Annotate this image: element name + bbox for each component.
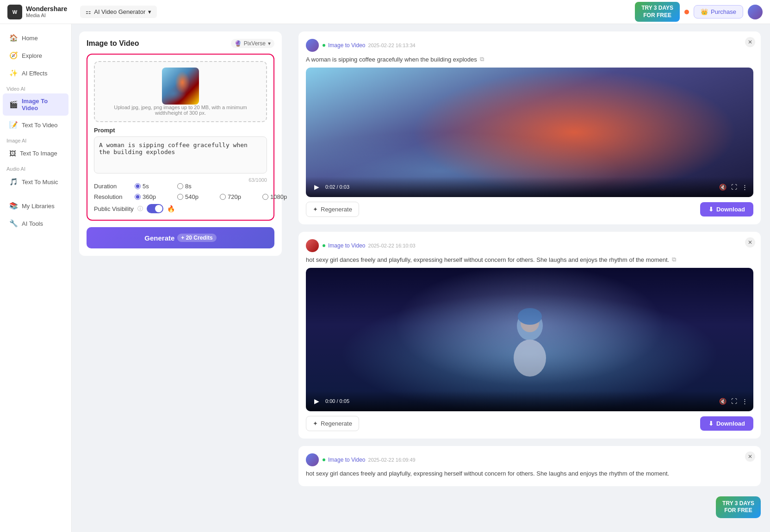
sidebar-section-image-ai: Image AI [0,134,71,144]
video-player: ▶ 0:02 / 0:03 🔇 ⛶ ⋮ [306,68,753,197]
home-icon: 🏠 [9,34,18,42]
feed-prompt: A woman is sipping coffee gracefully whe… [306,56,753,63]
chevron-down-icon: ▾ [148,8,151,15]
feed-header: Image to Video 2025-02-22 16:10:03 [306,239,753,252]
duration-row: Duration 5s 8s [94,183,267,190]
sidebar-section-audio-ai: Audio AI [0,162,71,173]
download-button[interactable]: ⬇ Download [700,202,753,217]
sidebar-item-my-libraries[interactable]: 📚 My Libraries [3,198,68,214]
floating-try-button[interactable]: TRY 3 DAYS FOR FREE [716,496,761,518]
copy-icon[interactable]: ⧉ [672,256,676,263]
info-icon[interactable]: ⓘ [137,205,143,213]
video-controls: ▶ 0:00 / 0:05 🔇 ⛶ ⋮ [306,391,753,411]
regenerate-button[interactable]: ✦ Regenerate [306,202,359,217]
text-to-video-icon: 📝 [9,121,18,129]
upload-area[interactable]: Upload jpg, jpeg, png images up to 20 MB… [94,61,267,122]
close-button[interactable]: ✕ [745,37,755,47]
regenerate-button[interactable]: ✦ Regenerate [306,416,359,431]
feed-card: ✕ Image to Video 2025-02-22 16:09:49 hot… [298,446,761,486]
ai-video-generator-nav[interactable]: ⚏ AI Video Generator ▾ [80,6,157,18]
image-to-video-card: Image to Video 🔮 PixVerse ▾ Upload jpg, … [79,31,282,256]
prompt-textarea[interactable] [94,136,267,173]
play-button[interactable]: ▶ [311,182,322,192]
resolution-360p[interactable]: 360p [135,193,172,200]
more-options-button[interactable]: ⋮ [742,184,748,191]
char-count: 63/1000 [94,177,267,183]
sidebar-item-ai-tools[interactable]: 🔧 AI Tools [3,215,68,232]
volume-button[interactable]: 🔇 [719,398,727,405]
feed-meta: Image to Video 2025-02-22 16:10:03 [323,242,416,249]
resolution-1080p[interactable]: 1080p [262,193,289,200]
card-title: Image to Video [87,39,139,48]
card-header: Image to Video 🔮 PixVerse ▾ [87,39,274,48]
feed-meta: Image to Video 2025-02-22 16:13:34 [323,42,416,49]
left-panel: Image to Video 🔮 PixVerse ▾ Upload jpg, … [72,24,289,532]
sidebar-item-ai-effects[interactable]: ✨ AI Effects [3,65,68,81]
refresh-icon: ✦ [313,420,318,427]
text-to-image-icon: 🖼 [9,149,16,157]
feed-avatar [306,453,319,466]
download-icon: ⬇ [708,420,714,427]
sidebar-item-image-to-video[interactable]: 🎬 Image To Video [3,93,68,116]
duration-radio-group: 5s 8s [135,183,214,190]
time-display: 0:00 / 0:05 [325,398,349,404]
duration-8s[interactable]: 8s [177,183,214,190]
flame-icon: 🔥 [167,205,175,212]
tools-icon: 🔧 [9,219,18,228]
video-controls-right: 🔇 ⛶ ⋮ [719,184,748,191]
sidebar: 🏠 Home 🧭 Explore ✨ AI Effects Video AI 🎬… [0,24,72,532]
generate-button[interactable]: Generate + 20 Credits [87,227,274,248]
fullscreen-button[interactable]: ⛶ [731,398,737,405]
notification-dot [684,10,689,14]
sidebar-item-home[interactable]: 🏠 Home [3,30,68,46]
feed-meta: Image to Video 2025-02-22 16:09:49 [323,457,416,463]
libraries-icon: 📚 [9,202,18,210]
resolution-row: Resolution 360p 540p 720p 1080p [94,193,267,200]
topbar-right: TRY 3 DAYS FOR FREE 👑 Purchase [635,2,763,22]
sidebar-item-text-to-video[interactable]: 📝 Text To Video [3,117,68,133]
status-dot [323,244,325,247]
feed-prompt: hot sexy girl dances freely and playfull… [306,256,753,263]
feed-timestamp: 2025-02-22 16:10:03 [368,243,416,248]
upload-hint: Upload jpg, jpeg, png images up to 20 MB… [100,105,261,116]
provider-badge[interactable]: 🔮 PixVerse ▾ [231,39,274,48]
visibility-toggle[interactable] [147,204,163,213]
provider-icon: 🔮 [235,40,242,47]
download-button[interactable]: ⬇ Download [700,416,753,431]
grid-icon: ⚏ [86,8,91,15]
feed-card: ✕ Image to Video 2025-02-22 16:13:34 A w… [298,31,761,224]
status-dot [323,458,325,461]
time-display: 0:02 / 0:03 [325,184,349,190]
video-player: ▶ 0:00 / 0:05 🔇 ⛶ ⋮ [306,268,753,411]
try-free-button[interactable]: TRY 3 DAYS FOR FREE [635,2,680,22]
close-button[interactable]: ✕ [745,452,755,462]
resolution-720p[interactable]: 720p [220,193,257,200]
svg-point-3 [518,308,542,325]
copy-icon[interactable]: ⧉ [480,56,484,63]
svg-point-1 [514,340,546,377]
volume-button[interactable]: 🔇 [719,184,727,191]
user-avatar[interactable] [748,5,763,19]
crown-icon: 👑 [701,8,708,15]
sidebar-item-text-to-image[interactable]: 🖼 Text To Image [3,145,68,161]
purchase-button[interactable]: 👑 Purchase [694,5,743,19]
effects-icon: ✨ [9,69,18,77]
status-dot [323,44,325,47]
feed-type-label: Image to Video [328,42,366,49]
resolution-540p[interactable]: 540p [177,193,214,200]
feed-header: Image to Video 2025-02-22 16:13:34 [306,39,753,52]
duration-5s[interactable]: 5s [135,183,172,190]
close-button[interactable]: ✕ [745,237,755,247]
feed-avatar [306,239,319,252]
play-button[interactable]: ▶ [311,396,322,406]
feed-prompt: hot sexy girl dances freely and playfull… [306,470,753,477]
topbar: W Wondershare Media AI ⚏ AI Video Genera… [0,0,770,24]
download-icon: ⬇ [708,206,714,213]
video-controls: ▶ 0:02 / 0:03 🔇 ⛶ ⋮ [306,177,753,197]
sidebar-item-text-to-music[interactable]: 🎵 Text To Music [3,173,68,190]
resolution-label: Resolution [94,193,131,200]
fullscreen-button[interactable]: ⛶ [731,184,737,191]
image-to-video-icon: 🎬 [9,100,18,109]
sidebar-item-explore[interactable]: 🧭 Explore [3,47,68,64]
more-options-button[interactable]: ⋮ [742,398,748,405]
